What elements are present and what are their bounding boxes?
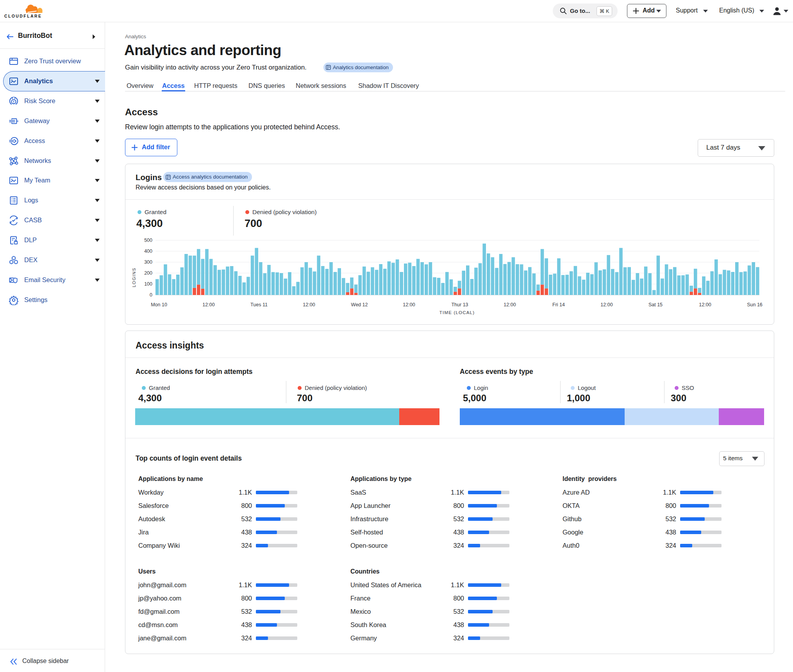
svg-text:500: 500: [144, 238, 152, 243]
svg-text:Wed 12: Wed 12: [351, 302, 368, 307]
svg-text:Mon 10: Mon 10: [151, 302, 167, 307]
svg-text:12:00: 12:00: [202, 302, 214, 307]
svg-text:300: 300: [144, 259, 152, 265]
svg-text:LOGINS: LOGINS: [132, 268, 136, 288]
svg-text:Sun 16: Sun 16: [747, 302, 763, 307]
svg-text:Thur 13: Thur 13: [451, 302, 468, 307]
svg-text:12:00: 12:00: [600, 302, 613, 307]
svg-text:12:00: 12:00: [699, 302, 711, 307]
svg-text:12:00: 12:00: [504, 302, 516, 307]
svg-text:12:00: 12:00: [303, 302, 315, 307]
svg-text:12:00: 12:00: [403, 302, 415, 307]
svg-text:100: 100: [144, 281, 152, 287]
svg-text:Fri 14: Fri 14: [552, 302, 565, 307]
svg-text:Sat 15: Sat 15: [648, 302, 663, 307]
svg-text:0: 0: [150, 292, 152, 298]
svg-text:Tues 11: Tues 11: [250, 302, 268, 307]
svg-text:200: 200: [144, 270, 152, 276]
svg-text:400: 400: [144, 248, 152, 254]
svg-text:TIME (LOCAL): TIME (LOCAL): [439, 310, 475, 315]
